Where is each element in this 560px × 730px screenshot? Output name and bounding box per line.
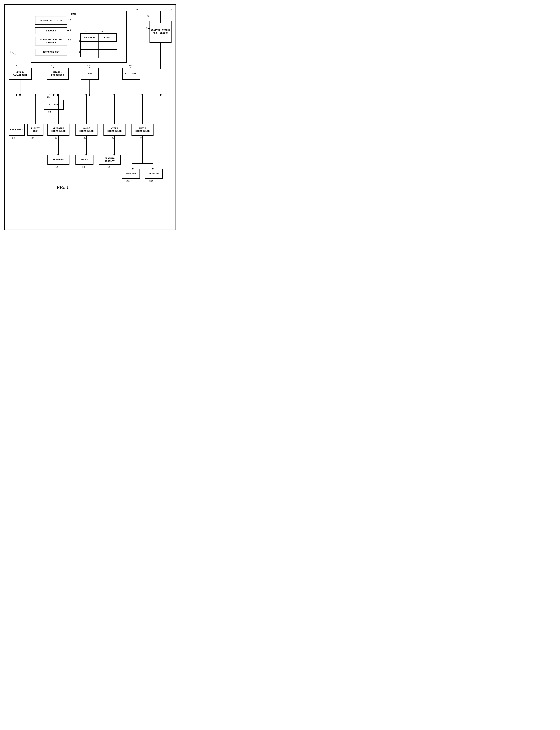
vline-ac <box>142 95 143 124</box>
vline-dsp-bus2 <box>160 43 161 69</box>
label-12: 12 <box>55 166 58 168</box>
label-33: 33 <box>146 27 148 29</box>
box-graphic-display: GRAPHIC DISPLAY <box>99 155 121 165</box>
vline-46-dsp <box>160 17 161 21</box>
tick-54 <box>103 32 103 34</box>
vline-mp-bus <box>58 79 58 95</box>
label-27: 27 <box>31 137 34 139</box>
label-29: 29 <box>83 137 86 139</box>
dot-io <box>160 94 162 96</box>
dot-cdrom <box>53 94 54 96</box>
hline-ram-dsp <box>127 68 162 68</box>
arrow-11 <box>12 52 15 55</box>
hline-46 <box>148 17 172 17</box>
label-14: 14 <box>107 166 110 168</box>
dot-kc <box>57 94 59 96</box>
box-browser: BROWSER <box>35 27 67 34</box>
dot-ac <box>142 94 143 96</box>
bookmark-table-outer: BOOKMARK ATTR. <box>80 33 116 57</box>
box-cd-rom: CD ROM <box>44 100 64 110</box>
vline-rom-bus <box>89 79 90 95</box>
vline-fd <box>35 95 36 124</box>
box-audio-controller: AUDIO CONTROLLER <box>131 124 154 136</box>
box-speaker2: SPEAKER <box>145 169 163 179</box>
tick-22 <box>53 67 54 68</box>
label-21: 21 <box>47 96 50 98</box>
label-32: 32 <box>48 111 51 113</box>
tick-49 <box>67 30 69 31</box>
label-24: 24 <box>136 8 138 11</box>
arrowhead-bs <box>79 51 80 53</box>
box-operating-system: OPERATING SYSTEM <box>35 16 67 25</box>
tick-23 <box>89 67 90 68</box>
dot-speakers <box>142 163 143 164</box>
label-26: 26 <box>12 137 15 139</box>
vline-mm-bus <box>20 79 20 95</box>
label-30: 30 <box>111 137 114 139</box>
ram-label: RAM <box>71 13 76 16</box>
arrowhead-k <box>57 154 59 156</box>
arrowhead-m <box>85 154 87 156</box>
dot-fd <box>35 94 36 96</box>
box-bookmark: BOOKMARK <box>81 33 99 41</box>
dot-mm <box>19 94 21 96</box>
arrowhead-gd <box>113 154 115 156</box>
box-io-cont: I/O CONT. <box>122 68 140 80</box>
arrowhead-spk2 <box>152 168 154 170</box>
box-attr: ATTR. <box>99 33 117 41</box>
label-40: 40 <box>129 64 131 67</box>
box-bookmark-set: BOOKMARK SET <box>35 49 67 55</box>
tick-25 <box>17 67 17 68</box>
vline-gd <box>114 136 115 155</box>
fig-label: FIG. 1 <box>57 185 69 190</box>
label-15b: 15B <box>149 180 153 182</box>
ram-outer-box: RAM 24 OPERATING SYSTEM 48 BROWSER 49 BO… <box>31 11 127 63</box>
label-10: 10 <box>169 8 172 11</box>
label-23: 23 <box>87 64 90 67</box>
box-bookmark-rating-manager: BOOKMARK RATING MANAGER <box>35 37 67 45</box>
box-floppy-disk: FLOPPY DISK <box>27 124 43 136</box>
box-speaker1: SPEAKER <box>122 169 140 179</box>
outer-border: 10 11 RAM 24 OPERATING SYSTEM 48 BROWSER <box>4 4 176 230</box>
box-video-controller: VIDEO CONTROLLER <box>103 124 125 136</box>
label-22: 22 <box>51 64 54 67</box>
tick-48 <box>67 20 69 20</box>
label-51: 51 <box>47 56 50 59</box>
arrow-bs <box>67 52 79 52</box>
vline-ram-dsp <box>127 63 127 68</box>
tick-50 <box>67 40 69 40</box>
vline-kc <box>58 95 59 124</box>
tick-53 <box>87 32 87 34</box>
label-28: 28 <box>55 137 57 139</box>
box-mouse-controller: MOUSE CONTROLLER <box>75 124 97 136</box>
vline-spk-main <box>142 136 143 164</box>
box-hard-disk: HARD DISK <box>9 124 25 136</box>
dot-hd <box>16 94 17 96</box>
vline-k <box>58 136 59 155</box>
label-15a: 15A <box>125 180 129 182</box>
label-13: 13 <box>82 166 85 168</box>
dot-mc <box>85 94 87 96</box>
vline-vc <box>114 95 115 124</box>
hline-io-bus <box>146 74 161 74</box>
box-keyboard: KEYBOARD <box>47 155 69 165</box>
vline-m <box>86 136 87 155</box>
arrowhead-spk1 <box>131 168 134 170</box>
vline-hd <box>17 95 17 124</box>
tick-33 <box>148 28 150 29</box>
vline-mp-ram <box>58 63 58 68</box>
vline-mc <box>86 95 87 124</box>
arrow-brm <box>67 41 79 41</box>
page: 10 11 RAM 24 OPERATING SYSTEM 48 BROWSER <box>0 0 180 234</box>
box-memory-management: MEMORY MANAGEMENT <box>9 68 32 80</box>
arrowhead-brm <box>79 40 80 42</box>
dot-vc <box>113 94 115 96</box>
box-mouse: MOUSE <box>75 155 93 165</box>
box-microprocessor: MICRO- PROCESSOR <box>47 68 69 80</box>
label-25: 25 <box>14 64 17 67</box>
box-rom: ROM <box>81 68 99 80</box>
dot-rom <box>89 94 90 96</box>
label-46: 46 <box>147 15 150 17</box>
tick-24 <box>136 10 139 10</box>
box-keyboard-controller: KEYBOARD CONTROLLER <box>47 124 69 136</box>
